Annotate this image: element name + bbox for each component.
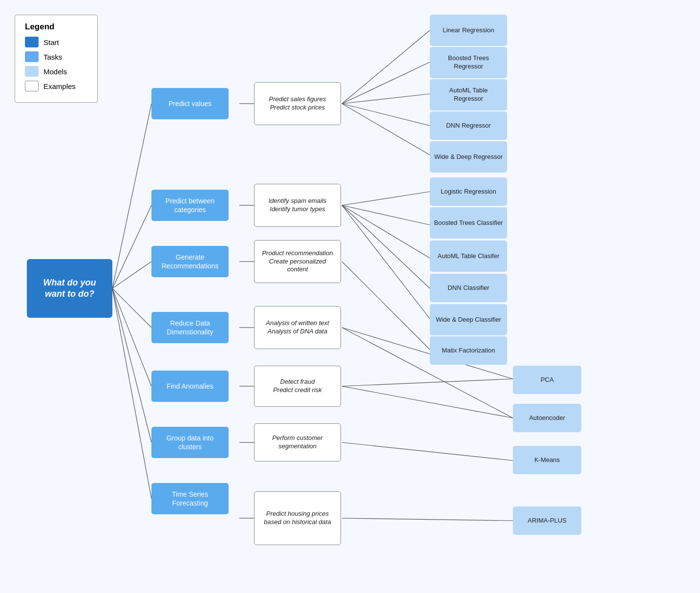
svg-line-16 (342, 205, 430, 258)
svg-line-12 (342, 104, 430, 155)
svg-line-2 (112, 262, 151, 288)
model-boosted-trees-classifier: Boosted Trees Classifier (430, 207, 507, 239)
svg-line-26 (342, 386, 513, 418)
legend-models-icon (25, 66, 39, 77)
model-k-means: K-Means (513, 446, 581, 474)
start-node: What do you want to do? (27, 259, 112, 318)
legend-tasks-label: Tasks (43, 53, 62, 61)
svg-line-14 (342, 192, 430, 205)
example-dimensionality: Analysis of written text Analysis of DNA… (254, 306, 341, 349)
model-autoencoder: Autoencoder (513, 404, 581, 432)
example-recommendations: Product recommendation Create personaliz… (254, 240, 341, 283)
svg-line-10 (342, 94, 430, 104)
model-dnn-classifier: DNN Classifier (430, 274, 507, 302)
legend-start-label: Start (43, 38, 59, 46)
svg-line-0 (112, 104, 151, 288)
svg-line-1 (112, 205, 151, 288)
task-generate-recommendations[interactable]: Generate Recommendations (151, 246, 229, 277)
task-find-anomalies[interactable]: Find Anomalies (151, 371, 229, 402)
model-automl-table-classifier: AutoML Table Clasifer (430, 241, 507, 272)
task-predict-values[interactable]: Predict values (151, 88, 229, 119)
svg-line-20 (342, 262, 430, 350)
svg-line-9 (342, 62, 430, 104)
svg-line-18 (342, 205, 430, 319)
task-group-clusters[interactable]: Group data into clusters (151, 427, 229, 458)
task-time-series[interactable]: Time Series Forecasting (151, 483, 229, 514)
svg-line-28 (342, 442, 513, 461)
model-dnn-regressor: DNN Regressor (430, 111, 507, 140)
svg-line-3 (112, 288, 151, 328)
model-logistic-regression: Logistic Regression (430, 177, 507, 206)
svg-line-15 (342, 205, 430, 225)
legend-models-label: Models (43, 67, 67, 76)
legend-item-models: Models (25, 66, 87, 77)
example-time-series: Predict housing prices based on historic… (254, 491, 341, 545)
model-pca: PCA (513, 366, 581, 394)
svg-line-30 (342, 518, 513, 521)
task-reduce-dimensionality[interactable]: Reduce Data Dimenstionality (151, 312, 229, 343)
legend-title: Legend (25, 22, 87, 32)
legend-examples-icon (25, 81, 39, 91)
legend-item-start: Start (25, 37, 87, 47)
legend-item-examples: Examples (25, 81, 87, 91)
example-predict-categories: Identify spam emails Identify tumor type… (254, 184, 341, 227)
legend: Legend Start Tasks Models Examples (15, 15, 98, 103)
svg-line-5 (112, 288, 151, 442)
svg-line-4 (112, 288, 151, 386)
svg-line-6 (112, 288, 151, 499)
model-linear-regression: Linear Regression (430, 15, 507, 46)
legend-item-tasks: Tasks (25, 51, 87, 62)
model-arima-plus: ARIMA-PLUS (513, 506, 581, 535)
task-predict-categories[interactable]: Predict between categories (151, 190, 229, 221)
model-boosted-trees-regressor: Boosted Trees Regressor (430, 47, 507, 78)
model-matrix-factorization: Matix Factorization (430, 336, 507, 365)
model-wide-deep-regressor: Wide & Deep Regressor (430, 141, 507, 173)
legend-examples-label: Examples (43, 82, 76, 90)
example-predict-values: Predict sales figures Predict stock pric… (254, 82, 341, 125)
svg-line-17 (342, 205, 430, 288)
example-clusters: Perform customer segmentation (254, 423, 341, 461)
svg-line-11 (342, 104, 430, 126)
legend-start-icon (25, 37, 39, 47)
svg-line-25 (342, 379, 513, 386)
example-anomalies: Detect fraud Predict credit risk (254, 366, 341, 407)
legend-tasks-icon (25, 51, 39, 62)
model-wide-deep-classifier: Wide & Deep Classifier (430, 304, 507, 335)
svg-line-8 (342, 30, 430, 104)
model-automl-table-regressor: AutoML Table Regressor (430, 79, 507, 110)
